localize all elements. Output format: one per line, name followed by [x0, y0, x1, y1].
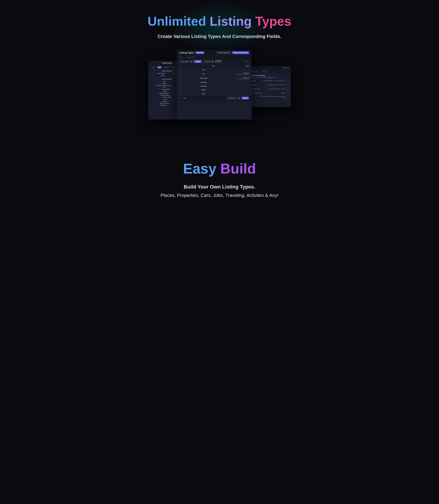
row-title-place: Place	[183, 89, 224, 91]
date-value: 2021/12/03 at 6:32 am	[226, 78, 249, 79]
center-panel-toolbar: Bulk actions Apply All dates Filter 7 it…	[177, 59, 252, 64]
row-date-car: Published 2021/12/22 at 2:56 am	[226, 73, 249, 75]
row-title-activities: Activities	[183, 85, 224, 87]
tab-published[interactable]: Published (7)	[187, 57, 195, 58]
date-filter-select[interactable]: All dates	[203, 60, 214, 63]
center-panel-bottom-toolbar: Title Bulk actions Apply	[177, 96, 252, 101]
setting-toggle-search[interactable]	[286, 96, 289, 98]
right-tab-notification[interactable]: Notification	[250, 71, 259, 73]
left-tab-templates[interactable]: Templates	[163, 66, 170, 68]
col-title: Title	[183, 65, 244, 67]
setting-value-footer: [Footer] White, Simple, Newsletter	[266, 84, 285, 85]
row-checkbox[interactable]	[179, 78, 181, 79]
search-listing-button[interactable]: Search Listing Type	[232, 51, 249, 54]
easy-build-section: Easy Build Build Your Own Listing Types.…	[0, 150, 439, 212]
date-status: Published	[226, 77, 249, 78]
easy-build-sub1: Build Your Own Listing Types.	[113, 184, 326, 190]
setting-value-detail: [Listing Detail] Style 5 – Blocks	[268, 88, 285, 90]
screenshots-composite: Listing Types General New Templates Noti…	[148, 50, 291, 125]
hero-subtitle: Create Various Listing Types And Corresp…	[113, 34, 326, 39]
right-tab-schema[interactable]: Schema	[260, 71, 268, 73]
center-panel-header: Listing Types Add New Screen Options ▾ S…	[177, 50, 252, 56]
easy-build-sub2: Places, Properties, Cars, Jobs, Travelin…	[113, 193, 326, 198]
close-dot-1[interactable]	[283, 67, 285, 68]
row-title-jobs: Jobs	[183, 93, 224, 94]
row-checkbox[interactable]	[179, 89, 181, 91]
row-title-pet: Pet	[183, 69, 224, 71]
row-checkbox[interactable]	[179, 73, 181, 75]
table-row: Housing	[177, 81, 252, 84]
hero-title: Unlimited Listing Types	[113, 14, 326, 28]
center-panel-title-row: Listing Types Add New	[179, 51, 204, 54]
hero-title-types: Types	[255, 14, 292, 28]
row-checkbox[interactable]	[179, 93, 181, 94]
bulk-actions-select[interactable]: Bulk actions	[179, 60, 193, 63]
right-panel-close-buttons	[283, 67, 289, 68]
table-row: Activities	[177, 84, 252, 88]
apply-button-top[interactable]: Apply	[194, 60, 202, 63]
table-row: Jobs	[177, 92, 252, 96]
row-date-buysell: Published 2021/12/03 at 6:32 am	[226, 77, 249, 79]
row-title-bottom: Title	[182, 97, 186, 99]
easy-title-easy: Easy	[183, 161, 216, 177]
items-count: 7 items	[244, 61, 249, 63]
date-value: 2021/12/22 at 2:56 am	[226, 74, 249, 75]
col-date: Date	[245, 65, 249, 67]
table-row: Place	[177, 88, 252, 92]
center-panel-actions: Screen Options ▾ Search Listing Type	[217, 51, 249, 54]
hero-section: Unlimited Listing Types Create Various L…	[0, 0, 439, 150]
row-checkbox[interactable]	[179, 81, 181, 83]
date-status: Published	[226, 73, 249, 74]
center-panel-tabs: All (7) | Published (7)	[177, 56, 252, 59]
screen-options-button[interactable]: Screen Options ▾	[217, 51, 231, 54]
bottom-select-all-checkbox[interactable]	[179, 97, 181, 99]
right-panel-link[interactable]: Theme Settings - Yoast	[263, 77, 276, 78]
table-row: Pet	[177, 68, 252, 72]
row-checkbox[interactable]	[179, 85, 181, 87]
setting-value-header: [Header] Relative – 3 Row (Dark/White)	[263, 80, 285, 81]
setting-value-module: Default	[281, 92, 285, 94]
hero-title-listing: Listing	[210, 14, 252, 28]
setting-toggle-detail[interactable]	[286, 87, 289, 90]
filter-button[interactable]: Filter	[215, 60, 222, 63]
table-row: Car Published 2021/12/22 at 2:56 am	[177, 72, 252, 76]
table-row: Buy & Sell Published 2021/12/03 at 6:32 …	[177, 76, 252, 81]
tab-all[interactable]: All (7)	[179, 57, 183, 58]
easy-build-title: Easy Build	[113, 160, 326, 177]
bottom-table-header	[179, 97, 181, 99]
hero-title-unlimited: Unlimited	[148, 14, 206, 28]
setting-toggle-header[interactable]	[286, 79, 289, 82]
center-panel-title: Listing Types	[179, 51, 194, 54]
setting-toggle-footer[interactable]	[286, 83, 289, 86]
row-checkbox[interactable]	[179, 69, 181, 71]
bottom-bulk-select[interactable]: Bulk actions	[227, 97, 241, 100]
add-new-button[interactable]: Add New	[195, 52, 204, 54]
row-title-buysell: Buy & Sell	[183, 78, 224, 79]
tab-separator: |	[185, 57, 185, 58]
setting-value-search: SRJ – [Search Part] Place – listing type…	[256, 96, 285, 98]
apply-button-bottom[interactable]: Apply	[242, 97, 249, 100]
left-tab-general[interactable]: General	[150, 66, 156, 68]
bottom-actions: Bulk actions Apply	[227, 97, 249, 100]
row-title-car: Car	[183, 73, 224, 75]
easy-title-build: Build	[220, 161, 256, 177]
close-dot-2[interactable]	[285, 67, 287, 68]
center-panel: Listing Types Add New Screen Options ▾ S…	[177, 50, 252, 119]
left-tab-new[interactable]: New	[157, 66, 162, 68]
row-title-housing: Housing	[183, 81, 224, 83]
table-header: Title Date	[177, 64, 252, 68]
select-all-checkbox[interactable]	[179, 65, 181, 67]
setting-toggle-module[interactable]	[286, 91, 289, 94]
close-dot-3[interactable]	[288, 67, 289, 68]
